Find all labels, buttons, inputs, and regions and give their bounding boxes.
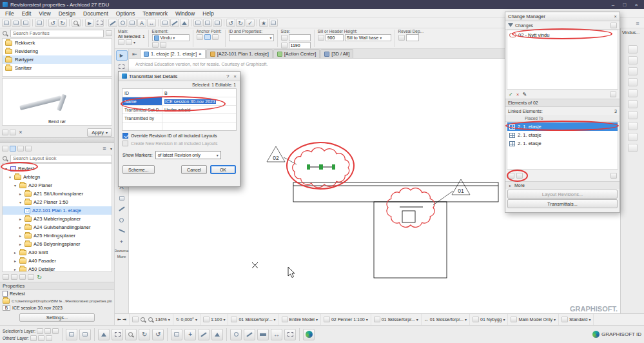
panel-splitter[interactable] [0, 137, 114, 143]
field-row-id[interactable]: ID B [122, 89, 236, 97]
expand-icon[interactable]: ▸ [18, 233, 23, 238]
teamwork-reserve-button[interactable]: ✓ [246, 19, 255, 27]
menu-edit[interactable]: Edit [18, 10, 35, 17]
favorite-folder-selected[interactable]: Rørtyper [3, 55, 112, 64]
favorite-folder[interactable]: Rekkverk [3, 39, 112, 47]
more-section[interactable]: ▸ More [505, 181, 620, 189]
expand-icon[interactable]: ▸ [18, 242, 23, 246]
hide-layer-icon[interactable] [44, 328, 51, 334]
palette-fill-icon[interactable] [628, 89, 638, 97]
menu-document[interactable]: Document [79, 10, 112, 17]
split-icon[interactable] [257, 329, 269, 340]
navigator-menu-icon[interactable]: ≡ [100, 144, 109, 153]
menu-file[interactable]: File [1, 10, 18, 17]
ok-button[interactable]: OK [210, 165, 236, 174]
spline-tool[interactable] [116, 226, 128, 236]
layers-button[interactable] [213, 19, 222, 27]
collapse-icon[interactable]: ▾ [8, 175, 12, 179]
element-settings-button[interactable] [269, 19, 278, 27]
remove-elements-icon[interactable] [516, 173, 523, 179]
show-others-icon[interactable] [30, 335, 37, 341]
tree-item[interactable]: ▾A20 Planer [3, 181, 112, 190]
reveal-input[interactable] [406, 34, 419, 41]
field-row-transmitted-by[interactable]: Transmitted by [122, 114, 236, 122]
close-icon[interactable]: × [614, 14, 617, 19]
show-markers-select[interactable]: of latest Revision only ▾ [155, 151, 221, 159]
menu-design[interactable]: Design [55, 10, 79, 17]
palette-more-icon[interactable] [628, 144, 638, 152]
placed-to-column-header[interactable]: Placed To [505, 115, 620, 122]
tree-item[interactable]: ▸A30 Snitt [3, 248, 112, 257]
lock-layer-icon[interactable] [52, 328, 59, 334]
edit-change-icon[interactable]: ✎ [522, 92, 527, 97]
cut-elements-icon[interactable] [230, 329, 242, 340]
anchor-left-button[interactable] [197, 34, 203, 40]
marquee-tool[interactable] [116, 61, 128, 72]
zoom-out-icon[interactable] [148, 317, 154, 323]
collapse-icon[interactable]: ▾ [4, 166, 8, 171]
palette-pointer-icon[interactable] [628, 45, 638, 54]
profile-control[interactable]: Standard ▾ [559, 314, 594, 325]
delete-change-icon[interactable]: × [516, 92, 520, 97]
scale-control[interactable]: 1:100 ▾ [200, 314, 229, 325]
window-settings-icon[interactable] [152, 42, 159, 48]
favorite-folder[interactable]: Revidering [3, 47, 112, 55]
favorite-star-icon[interactable] [118, 39, 124, 45]
dialog-title-bar[interactable]: Transmittal Set Details ? × [119, 72, 240, 81]
menu-teamwork[interactable]: Teamwork [139, 10, 171, 17]
tree-item[interactable]: ▸A23 Møbleringsplaner [3, 215, 112, 223]
element-type-select[interactable]: Vindu ▾ [152, 34, 190, 41]
layout-revisions-button[interactable]: Layout Revisions... [507, 190, 618, 199]
linked-element[interactable]: 2. 1. etasje [507, 131, 618, 139]
pen-set-control[interactable]: 02 Penner 1:100 ▾ [321, 314, 371, 325]
dimension-tool-shortcut[interactable]: ↔ [147, 19, 156, 27]
height-input[interactable] [289, 42, 311, 49]
favorites-options-icon[interactable] [106, 30, 112, 36]
delete-favorite-icon[interactable]: × [17, 128, 24, 137]
update-icon[interactable] [19, 274, 26, 280]
tab-close-icon[interactable]: × [199, 51, 201, 57]
approve-change-icon[interactable]: ✓ [509, 92, 513, 97]
minimize-button[interactable]: – [608, 2, 618, 8]
change-manager-title-bar[interactable]: Change Manager × [505, 12, 620, 21]
layer-one-icon[interactable] [66, 329, 77, 340]
favorites-button[interactable]: ★ [259, 19, 268, 27]
forward-icon[interactable]: ⇥ [122, 317, 126, 322]
tree-item-selected[interactable]: A22-101 Plan 1. etasje [3, 206, 112, 215]
add-elements-icon[interactable] [508, 173, 514, 179]
view-map-icon[interactable] [17, 146, 24, 152]
project-map-icon[interactable] [2, 146, 8, 152]
anchor-center-button[interactable] [204, 34, 211, 40]
new-layout-icon[interactable] [3, 274, 9, 280]
model-view-control[interactable]: Entire Model ▾ [279, 314, 321, 325]
expand-icon[interactable]: ▸ [18, 225, 23, 230]
layout-book-search-input[interactable] [10, 155, 112, 162]
find-select-button[interactable] [72, 19, 81, 27]
more-group-label[interactable]: More [117, 255, 126, 259]
teamwork-receive-button[interactable]: ↻ [236, 19, 245, 27]
tab-floor-plan[interactable]: 1. etasje [2. 1. etasje] × [140, 49, 206, 58]
teamwork-status-icon[interactable] [303, 329, 315, 340]
palette-notes-icon[interactable] [628, 133, 638, 141]
expand-icon[interactable]: ▸ [18, 217, 23, 221]
fill-tool-shortcut[interactable] [128, 19, 137, 27]
grid-toggle-icon[interactable] [171, 329, 182, 340]
guides-toggle-icon[interactable] [198, 329, 210, 340]
graphic-override-control[interactable]: 01 Skisse/forpr... ▾ [371, 314, 422, 325]
tree-item[interactable]: ▸A24 Gulvbehandlingplaner [3, 223, 112, 231]
tab-scroll-left-button[interactable]: ⇤ [130, 50, 139, 58]
expand-icon[interactable]: ▸ [13, 259, 17, 263]
text-tool-shortcut[interactable]: A [137, 19, 146, 27]
marquee-button[interactable] [95, 19, 104, 27]
back-icon[interactable]: ⇤ [117, 317, 121, 322]
palette-model-icon[interactable] [628, 100, 638, 108]
change-details-icon[interactable] [610, 92, 616, 97]
graphisoft-id-label[interactable]: GRAPHISOFT ID [601, 331, 641, 337]
palette-layers-icon[interactable] [628, 67, 638, 75]
arc-tool-shortcut[interactable] [118, 19, 127, 27]
menu-view[interactable]: View [35, 10, 54, 17]
menu-help[interactable]: Help [199, 10, 217, 17]
lock-others-icon[interactable] [46, 335, 52, 341]
show-layer-icon[interactable] [37, 328, 43, 334]
expand-icon[interactable]: ▸ [18, 191, 23, 196]
